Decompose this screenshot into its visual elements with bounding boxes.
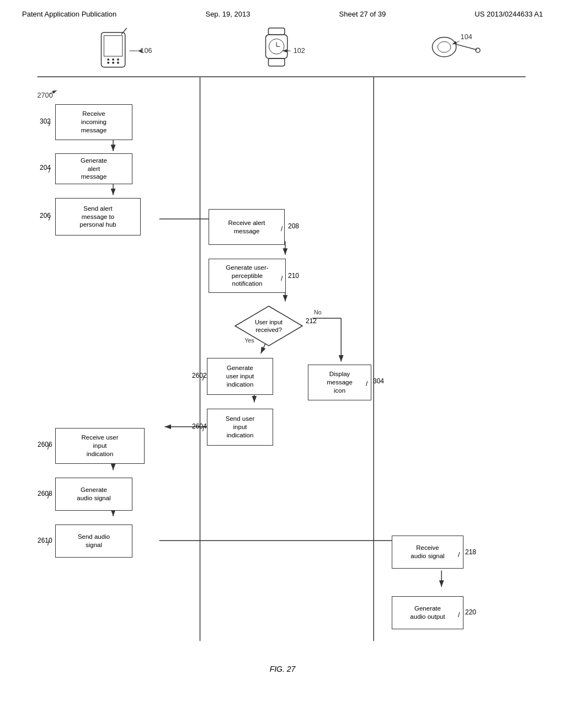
box-208: Receive alertmessage (209, 209, 285, 245)
svg-text:2700: 2700 (37, 91, 52, 99)
box-2610: Send audiosignal (55, 524, 132, 558)
svg-point-21 (438, 41, 451, 52)
svg-rect-14 (268, 28, 285, 35)
svg-rect-15 (266, 35, 287, 58)
box-2608: Generateaudio signal (55, 478, 132, 511)
svg-line-13 (121, 28, 127, 35)
header-left: Patent Application Publication (22, 10, 116, 18)
ref-212: 212 (306, 317, 317, 325)
box-2606: Receive userinputindication (55, 428, 145, 464)
box-2604: Send userinputindication (207, 409, 273, 446)
svg-line-29 (452, 41, 460, 44)
svg-rect-5 (101, 33, 125, 67)
ref-2610: 2610 (38, 537, 52, 544)
ref-210: 210 (288, 272, 299, 280)
box-304: Displaymessageicon (308, 365, 371, 400)
svg-point-23 (476, 48, 480, 52)
ref-2604: 2604 (192, 422, 207, 430)
diamond-212: User inputreceived? (233, 304, 305, 348)
svg-point-9 (117, 58, 119, 61)
svg-point-11 (112, 62, 114, 64)
svg-point-16 (269, 39, 284, 55)
ref-208: 208 (288, 222, 299, 230)
box-206: Send alertmessage topersonal hub (55, 198, 141, 235)
svg-line-22 (456, 44, 477, 50)
svg-text:No: No (314, 309, 322, 315)
ref-220: 220 (465, 608, 476, 616)
box-218: Receiveaudio signal (392, 536, 463, 569)
svg-text:106: 106 (140, 46, 152, 55)
header-date: Sep. 19, 2013 (205, 10, 250, 18)
svg-line-31 (49, 90, 57, 94)
svg-point-8 (112, 58, 114, 61)
svg-point-12 (117, 62, 119, 64)
figure-caption: FIG. 27 (270, 665, 296, 673)
page-header: Patent Application Publication Sep. 19, … (0, 0, 565, 23)
svg-text:102: 102 (294, 46, 305, 55)
ref-218: 218 (465, 548, 476, 556)
svg-point-20 (432, 38, 456, 57)
box-210: Generate user-perceptiblenotification (209, 259, 286, 293)
diagram-container: 106 102 104 2700 (0, 23, 565, 684)
ref-2602: 2602 (192, 372, 207, 379)
box-220: Generateaudio output (392, 596, 463, 629)
box-204: Generatealertmessage (55, 153, 132, 184)
svg-rect-6 (104, 36, 122, 56)
ref-2606: 2606 (38, 441, 52, 448)
svg-text:104: 104 (461, 33, 472, 41)
box-302: Receiveincomingmessage (55, 104, 132, 140)
svg-point-7 (107, 58, 109, 61)
svg-rect-17 (268, 58, 285, 66)
ref-2608: 2608 (38, 490, 52, 497)
header-patent: US 2013/0244633 A1 (475, 10, 543, 18)
svg-point-10 (107, 62, 109, 64)
header-sheet: Sheet 27 of 39 (339, 10, 386, 18)
box-2602: Generateuser inputindication (207, 358, 273, 395)
ref-304: 304 (373, 377, 384, 385)
